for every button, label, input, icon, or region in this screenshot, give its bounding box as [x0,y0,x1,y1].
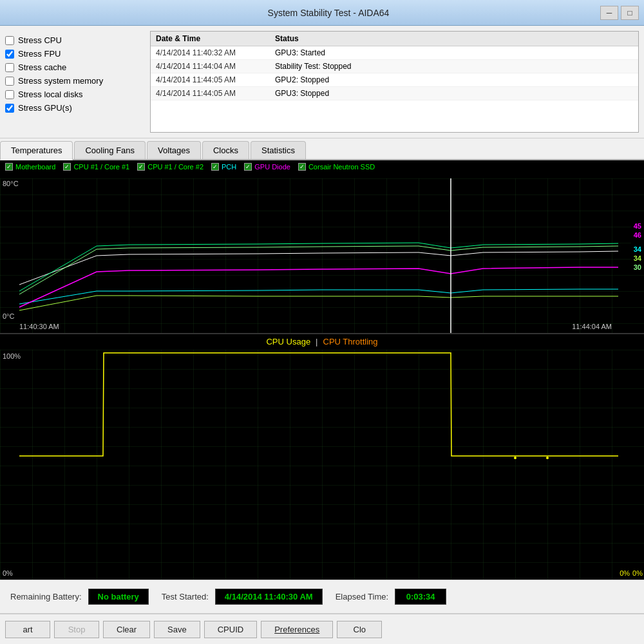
checkbox-stress-cpu[interactable] [5,36,14,45]
tab-temperatures[interactable]: Temperatures [0,141,73,160]
temp-right-labels: 45 46 34 34 30 [631,221,644,272]
legend-item-motherboard: ✓Motherboard [5,163,55,171]
temp-val-46: 46 [634,231,641,239]
temp-legend: ✓Motherboard✓CPU #1 / Core #1✓CPU #1 / C… [0,160,618,173]
legend-item-cpu-#1-/-core-#1: ✓CPU #1 / Core #1 [63,163,129,171]
battery-value: No battery [88,589,149,605]
temp-val-34a: 34 [634,245,641,253]
legend-checkbox[interactable]: ✓ [298,163,306,171]
checkbox-stress-disks[interactable] [5,90,14,99]
cpu-throttling-label: CPU Throttling [323,337,378,346]
checkbox-label-stress-cpu: Stress CPU [18,35,62,45]
tab-clocks[interactable]: Clocks [202,141,249,159]
log-panel: Date & Time Status 4/14/2014 11:40:32 AM… [150,31,639,133]
window-controls: ─ □ [600,6,639,20]
cpu-chart-svg [0,350,644,580]
log-row: 4/14/2014 11:40:32 AMGPU3: Started [151,46,638,60]
log-status-2: GPU2: Stopped [275,75,633,84]
checkbox-item-stress-gpu: Stress GPU(s) [5,102,144,114]
legend-item-corsair-neutron-ssd: ✓Corsair Neutron SSD [298,163,375,171]
stress-options-panel: Stress CPUStress FPUStress cacheStress s… [5,31,144,133]
test-started-label: Test Started: [162,592,209,601]
cpu-y-max: 100% [3,352,21,360]
cpu-chart-title: CPU Usage | CPU Throttling [266,337,377,346]
temp-y-max: 80°C [3,180,19,187]
temp-y-min: 0°C [3,312,14,320]
top-section: Stress CPUStress FPUStress cacheStress s… [0,26,644,138]
temp-chart-svg [0,178,644,333]
temp-x-start: 11:40:30 AM [19,323,59,330]
checkbox-label-stress-cache: Stress cache [18,62,66,72]
save-button[interactable]: Save [154,621,200,638]
checkbox-stress-cache[interactable] [5,63,14,72]
log-status-1: Stability Test: Stopped [275,62,633,71]
elapsed-item: Elapsed Time: 0:03:34 [336,589,446,605]
checkbox-label-stress-fpu: Stress FPU [18,49,61,59]
elapsed-label: Elapsed Time: [336,592,388,601]
tab-statistics[interactable]: Statistics [251,141,306,159]
legend-checkbox[interactable]: ✓ [244,163,252,171]
close-button[interactable]: Clo [337,621,382,638]
cpu-right-labels: 0% 0% [620,569,643,577]
charts-area: ✓Motherboard✓CPU #1 / Core #1✓CPU #1 / C… [0,160,644,580]
cpu-y-min: 0% [3,569,13,577]
temp-val-30: 30 [634,263,641,271]
minimize-button[interactable]: ─ [600,6,618,20]
checkbox-stress-gpu[interactable] [5,104,14,113]
temperature-chart: ✓Motherboard✓CPU #1 / Core #1✓CPU #1 / C… [0,160,644,334]
legend-label: Motherboard [15,163,55,171]
info-bar: Remaining Battery: No battery Test Start… [0,580,644,613]
log-header: Date & Time Status [151,32,638,46]
legend-label: CPU #1 / Core #2 [147,163,204,171]
tab-bar: TemperaturesCooling FansVoltagesClocksSt… [0,138,644,160]
stop-button[interactable]: Stop [54,621,99,638]
log-row: 4/14/2014 11:44:05 AMGPU2: Stopped [151,73,638,87]
window-title: System Stability Test - AIDA64 [57,8,600,18]
svg-point-4 [546,457,549,459]
battery-item: Remaining Battery: No battery [10,589,149,605]
tab-voltages[interactable]: Voltages [147,141,201,159]
legend-label: Corsair Neutron SSD [308,163,375,171]
legend-label: GPU Diode [254,163,290,171]
checkbox-item-stress-disks: Stress local disks [5,88,144,100]
log-date-3: 4/14/2014 11:44:05 AM [156,89,275,98]
log-col-status-header: Status [275,34,633,43]
legend-checkbox[interactable]: ✓ [137,163,145,171]
checkbox-item-stress-fpu: Stress FPU [5,48,144,60]
log-body[interactable]: 4/14/2014 11:40:32 AMGPU3: Started4/14/2… [151,46,638,132]
checkbox-label-stress-gpu: Stress GPU(s) [18,103,72,113]
cpu-right-val2: 0% [632,569,643,577]
test-started-item: Test Started: 4/14/2014 11:40:30 AM [162,589,323,605]
checkbox-stress-fpu[interactable] [5,50,14,59]
checkbox-item-stress-cache: Stress cache [5,61,144,73]
legend-item-pch: ✓PCH [211,163,236,171]
legend-checkbox[interactable]: ✓ [211,163,219,171]
test-started-value: 4/14/2014 11:40:30 AM [215,589,323,605]
cpu-right-val1: 0% [620,569,630,577]
checkbox-item-stress-memory: Stress system memory [5,75,144,87]
start-button[interactable]: art [5,621,50,638]
elapsed-value: 0:03:34 [395,589,446,605]
checkbox-label-stress-disks: Stress local disks [18,90,82,99]
legend-label: PCH [222,163,236,171]
temp-val-34b: 34 [634,254,641,262]
clear-button[interactable]: Clear [103,621,150,638]
legend-checkbox[interactable]: ✓ [63,163,71,171]
tab-cooling-fans[interactable]: Cooling Fans [74,141,146,159]
svg-rect-2 [0,350,644,580]
log-row: 4/14/2014 11:44:05 AMGPU3: Stopped [151,87,638,100]
log-status-0: GPU3: Started [275,48,633,57]
checkbox-stress-memory[interactable] [5,77,14,86]
legend-checkbox[interactable]: ✓ [5,163,13,171]
cpu-usage-label: CPU Usage [266,337,310,346]
log-date-1: 4/14/2014 11:44:04 AM [156,62,275,71]
maximize-button[interactable]: □ [621,6,639,20]
svg-point-3 [514,457,516,459]
button-bar: art Stop Clear Save CPUID Preferences Cl… [0,613,644,644]
log-date-0: 4/14/2014 11:40:32 AM [156,48,275,57]
cpuid-button[interactable]: CPUID [204,621,257,638]
legend-item-cpu-#1-/-core-#2: ✓CPU #1 / Core #2 [137,163,204,171]
checkbox-label-stress-memory: Stress system memory [18,76,103,86]
preferences-button[interactable]: Preferences [261,621,333,638]
title-bar: System Stability Test - AIDA64 ─ □ [0,0,644,26]
